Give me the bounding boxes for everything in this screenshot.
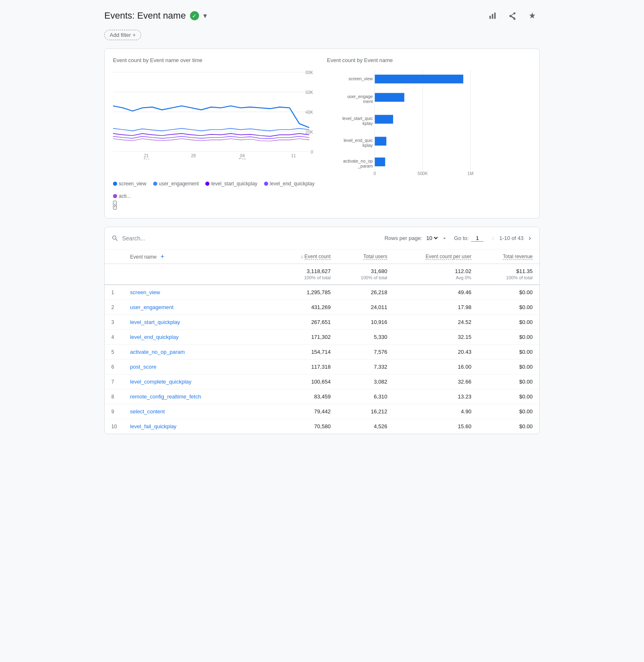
row-event-name[interactable]: level_fail_quickplay bbox=[123, 419, 276, 434]
svg-text:user_engage: user_engage bbox=[347, 94, 373, 99]
svg-rect-1 bbox=[492, 14, 493, 19]
row-total-users: 4,526 bbox=[337, 419, 394, 434]
row-event-name[interactable]: activate_no_op_param bbox=[123, 345, 276, 360]
rows-per-page-select[interactable]: 10 25 50 bbox=[425, 235, 439, 242]
legend-item-level-start: level_start_quickplay bbox=[205, 181, 257, 187]
table-row: 9 select_content 79,442 16,212 4.90 $0.0… bbox=[105, 404, 539, 419]
bar-chart-container: Event count by Event name screen_view us… bbox=[327, 57, 531, 210]
row-event-name[interactable]: level_start_quickplay bbox=[123, 315, 276, 330]
row-ecpu: 49.46 bbox=[394, 285, 478, 300]
charts-section: Event count by Event name over time 80K … bbox=[104, 48, 540, 218]
row-event-count: 79,442 bbox=[276, 404, 337, 419]
row-event-count: 431,269 bbox=[276, 300, 337, 315]
rows-dropdown-icon bbox=[442, 235, 447, 241]
explore-icon-button[interactable] bbox=[525, 8, 540, 23]
legend-label-user-engagement: user_engagement bbox=[159, 181, 199, 187]
row-ecpu: 20.43 bbox=[394, 345, 478, 360]
row-event-name[interactable]: select_content bbox=[123, 404, 276, 419]
svg-text:ment: ment bbox=[363, 99, 373, 104]
row-total-users: 24,011 bbox=[337, 300, 394, 315]
table-section: Rows per page: 10 25 50 Go to: ‹ 1-10 of… bbox=[104, 227, 540, 434]
col-header-event-count[interactable]: ↓ Event count bbox=[276, 249, 337, 264]
next-page-button[interactable]: › bbox=[527, 232, 533, 244]
row-event-count: 1,295,785 bbox=[276, 285, 337, 300]
add-filter-plus-icon: + bbox=[132, 32, 136, 38]
row-total-users: 7,576 bbox=[337, 345, 394, 360]
row-event-name[interactable]: post_score bbox=[123, 360, 276, 374]
search-box[interactable] bbox=[111, 235, 205, 242]
row-ecpu: 32.15 bbox=[394, 330, 478, 345]
svg-text:40K: 40K bbox=[305, 110, 313, 115]
svg-text:11: 11 bbox=[291, 154, 296, 158]
legend-dot-level-start bbox=[205, 182, 209, 186]
add-filter-button[interactable]: Add filter + bbox=[104, 30, 141, 40]
svg-text:level_start_quic: level_start_quic bbox=[342, 116, 373, 121]
svg-text:1M: 1M bbox=[467, 171, 473, 176]
row-total-revenue: $0.00 bbox=[478, 360, 539, 374]
svg-rect-2 bbox=[494, 13, 495, 19]
svg-text:level_end_quic: level_end_quic bbox=[344, 138, 373, 143]
add-filter-label: Add filter bbox=[110, 32, 131, 38]
bar-chart-title: Event count by Event name bbox=[327, 57, 531, 63]
row-total-revenue: $0.00 bbox=[478, 315, 539, 330]
row-total-users: 3,082 bbox=[337, 374, 394, 389]
row-num: 3 bbox=[105, 315, 123, 330]
legend-item-screen-view: screen_view bbox=[113, 181, 147, 187]
total-event-count: 3,118,627 bbox=[282, 268, 331, 274]
col-header-event-count-per-user[interactable]: Event count per user bbox=[394, 249, 478, 264]
row-total-users: 7,332 bbox=[337, 360, 394, 374]
page-title: Events: Event name bbox=[104, 10, 186, 21]
row-num: 9 bbox=[105, 404, 123, 419]
row-event-name[interactable]: remote_config_realtime_fetch bbox=[123, 389, 276, 404]
row-total-revenue: $0.00 bbox=[478, 285, 539, 300]
legend-dot-screen-view bbox=[113, 182, 117, 186]
col-header-event-name: Event name + bbox=[123, 249, 276, 264]
row-total-revenue: $0.00 bbox=[478, 300, 539, 315]
legend-item-level-end: level_end_quickplay bbox=[264, 181, 315, 187]
total-revenue-sub: 100% of total bbox=[485, 275, 533, 280]
rows-per-page-label: Rows per page: bbox=[384, 235, 422, 241]
add-column-button[interactable]: + bbox=[161, 253, 164, 260]
row-event-name[interactable]: user_engagement bbox=[123, 300, 276, 315]
svg-text:kplay: kplay bbox=[363, 121, 373, 126]
row-total-revenue: $0.00 bbox=[478, 419, 539, 434]
bar-screen-view bbox=[375, 74, 464, 83]
title-dropdown-button[interactable]: ▾ bbox=[203, 11, 207, 20]
legend-next-button[interactable]: › bbox=[113, 201, 117, 210]
row-ecpu: 15.60 bbox=[394, 419, 478, 434]
row-event-name[interactable]: level_complete_quickplay bbox=[123, 374, 276, 389]
svg-text:80K: 80K bbox=[305, 70, 313, 75]
row-event-name[interactable]: level_end_quickplay bbox=[123, 330, 276, 345]
col-header-total-revenue[interactable]: Total revenue bbox=[478, 249, 539, 264]
line-chart-svg: 80K 60K 40K 20K 0 bbox=[113, 68, 317, 159]
row-total-revenue: $0.00 bbox=[478, 345, 539, 360]
svg-text:activate_no_op: activate_no_op bbox=[343, 158, 373, 163]
chart-icon-button[interactable] bbox=[485, 8, 500, 23]
svg-text:Feb: Feb bbox=[239, 158, 246, 159]
prev-page-button[interactable]: ‹ bbox=[490, 232, 496, 244]
line-chart-container: Event count by Event name over time 80K … bbox=[113, 57, 317, 210]
line-chart-legend: screen_view user_engagement level_start_… bbox=[113, 181, 317, 199]
row-event-name[interactable]: screen_view bbox=[123, 285, 276, 300]
row-event-count: 70,580 bbox=[276, 419, 337, 434]
share-icon bbox=[508, 12, 517, 20]
table-row: 1 screen_view 1,295,785 26,218 49.46 $0.… bbox=[105, 285, 539, 300]
row-total-users: 6,310 bbox=[337, 389, 394, 404]
svg-text:_param: _param bbox=[358, 163, 373, 168]
svg-text:20K: 20K bbox=[305, 130, 313, 134]
svg-rect-0 bbox=[490, 16, 491, 19]
events-table: Event name + ↓ Event count Total users E… bbox=[105, 249, 539, 434]
row-total-revenue: $0.00 bbox=[478, 374, 539, 389]
page-range: ‹ 1-10 of 43 › bbox=[490, 232, 533, 244]
share-icon-button[interactable] bbox=[505, 8, 520, 23]
legend-dot-level-end bbox=[264, 182, 268, 186]
col-header-total-users[interactable]: Total users bbox=[337, 249, 394, 264]
goto-input[interactable] bbox=[471, 235, 483, 242]
row-total-revenue: $0.00 bbox=[478, 330, 539, 345]
total-ecpu-sub: Avg 0% bbox=[401, 275, 471, 280]
row-event-count: 154,714 bbox=[276, 345, 337, 360]
search-input[interactable] bbox=[122, 235, 205, 242]
svg-text:0: 0 bbox=[374, 171, 376, 176]
legend-item-acti: acti... bbox=[113, 193, 131, 199]
table-row: 3 level_start_quickplay 267,651 10,916 2… bbox=[105, 315, 539, 330]
